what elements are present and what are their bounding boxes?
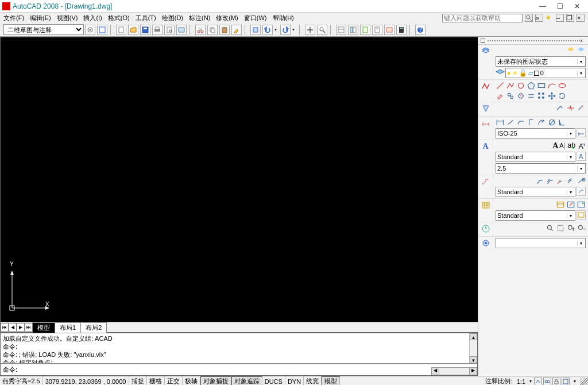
status-btn1-icon[interactable] [534, 378, 542, 386]
ml1-icon[interactable] [535, 176, 544, 186]
nav2-icon[interactable] [556, 224, 565, 233]
chevron-icon[interactable]: » [535, 14, 543, 22]
text-icon[interactable]: A| [559, 141, 565, 151]
copy-obj-icon[interactable] [506, 91, 515, 101]
print-icon[interactable] [152, 25, 163, 35]
layers-panel-icon[interactable] [478, 45, 493, 79]
dim-arc-icon[interactable] [516, 118, 525, 127]
toolpalette-icon[interactable] [97, 25, 107, 35]
undo-dropdown[interactable]: ▾ [274, 27, 279, 32]
nav1-icon[interactable] [546, 224, 555, 233]
open-icon[interactable] [128, 25, 138, 35]
layer-manager-icon[interactable] [496, 68, 505, 78]
navigate-panel-icon[interactable] [478, 222, 493, 236]
markup-icon[interactable] [384, 25, 394, 35]
gear-icon[interactable] [85, 25, 95, 35]
redo-dropdown[interactable]: ▾ [292, 27, 297, 32]
block-editor-icon[interactable] [250, 25, 261, 35]
ml2-icon[interactable] [546, 176, 555, 186]
polygon-icon[interactable] [527, 81, 536, 90]
props-combo[interactable]: ▾ [496, 238, 586, 248]
mode-lwt[interactable]: 线宽 [304, 376, 322, 385]
status-coords[interactable]: 3079.9219, 23.0369 , 0.0000 [43, 376, 129, 385]
annotate-panel-icon[interactable] [478, 102, 493, 116]
circle-icon[interactable] [516, 81, 525, 90]
workspace-combo[interactable]: 二维草图与注释 [3, 24, 84, 35]
props-panel-icon[interactable] [478, 237, 493, 251]
tablestyle-combo[interactable]: Standard▾ [496, 210, 575, 221]
minimize-button[interactable]: — [534, 1, 551, 12]
textheight-combo[interactable]: 2.5▾ [496, 163, 586, 174]
dim-dia-icon[interactable] [547, 118, 556, 127]
dim-ang-icon[interactable] [558, 118, 567, 127]
table-panel-icon[interactable] [478, 199, 493, 222]
dim-ord-icon[interactable] [527, 118, 536, 127]
mode-ortho[interactable]: 正交 [165, 376, 183, 385]
search-icon[interactable] [525, 14, 533, 22]
mleaderstyle-combo[interactable]: Standard▾ [496, 187, 575, 197]
dimstyle-combo[interactable]: ISO-25▾ [496, 128, 575, 138]
mode-snap[interactable]: 捕捉 [129, 376, 147, 385]
palette-close-icon[interactable]: × [580, 38, 586, 44]
ellipse-icon[interactable] [558, 81, 567, 90]
mdi-close-button[interactable]: × [577, 14, 585, 22]
dimstyle-mgr-icon[interactable] [577, 128, 586, 137]
matchprop-icon[interactable] [231, 25, 242, 35]
help-search-input[interactable] [442, 14, 523, 22]
layer-tool1-icon[interactable] [566, 46, 575, 55]
tab-next-button[interactable]: ▶ [17, 323, 25, 332]
ml3-icon[interactable] [556, 176, 565, 186]
mode-model[interactable]: 模型 [322, 376, 340, 385]
pline-icon[interactable] [506, 81, 515, 90]
mode-polar[interactable]: 极轴 [183, 376, 200, 385]
menu-draw[interactable]: 绘图(D) [162, 14, 183, 22]
menu-file[interactable]: 文件(F) [3, 14, 24, 22]
copy-icon[interactable] [207, 25, 218, 35]
sheet-set-icon[interactable] [372, 25, 382, 35]
mdi-minimize-button[interactable]: – [556, 14, 564, 22]
tbl2-icon[interactable] [566, 200, 575, 209]
mtext-icon[interactable]: A [552, 141, 558, 151]
mleader-panel-icon[interactable] [478, 175, 493, 198]
rotate-icon[interactable] [558, 91, 567, 101]
layer-tool2-icon[interactable] [577, 46, 586, 55]
anno-scale-value[interactable]: 1:1 [514, 376, 528, 385]
nav3-icon[interactable]: + [566, 224, 575, 233]
mode-dyn[interactable]: DYN [285, 376, 304, 385]
redo-icon[interactable] [280, 25, 291, 35]
tab-model[interactable]: 模型 [32, 322, 55, 333]
undo-icon[interactable] [262, 25, 273, 35]
line-icon[interactable] [496, 81, 505, 90]
design-center-icon[interactable] [348, 25, 358, 35]
layer-combo[interactable]: ●☀🔓▱0▾ [505, 68, 586, 78]
tab-layout2[interactable]: 布局2 [80, 322, 107, 333]
publish-icon[interactable] [176, 25, 187, 35]
close-button[interactable]: ✕ [568, 1, 586, 12]
mode-ducs[interactable]: DUCS [262, 376, 285, 385]
menu-window[interactable]: 窗口(W) [244, 14, 267, 22]
anno2-icon[interactable] [566, 103, 575, 113]
menu-dimension[interactable]: 标注(N) [189, 14, 210, 22]
offset-icon[interactable] [527, 91, 536, 101]
tab-first-button[interactable]: ⏮ [1, 323, 9, 332]
cmd-hscroll[interactable]: ◀▶ [431, 367, 477, 375]
menu-format[interactable]: 格式(O) [108, 14, 130, 22]
mode-osnap[interactable]: 对象捕捉 [200, 376, 231, 385]
menu-view[interactable]: 视图(V) [57, 14, 78, 22]
tool-palettes-icon[interactable] [360, 25, 370, 35]
mode-grid[interactable]: 栅格 [147, 376, 165, 385]
tab-last-button[interactable]: ⏭ [25, 323, 33, 332]
layer-state-combo[interactable]: 未保存的图层状态▾ [496, 56, 586, 67]
dim-radius-icon[interactable] [537, 118, 546, 127]
tbl3-icon[interactable] [577, 200, 586, 209]
status-tray-chevron[interactable]: ▾ [571, 378, 579, 386]
anno-scale-dropdown[interactable]: ▾ [528, 379, 533, 384]
resize-grip-icon[interactable] [580, 378, 588, 386]
zoom-icon[interactable] [317, 25, 327, 35]
tab-layout1[interactable]: 布局1 [55, 322, 81, 333]
mdi-restore-button[interactable]: ❐ [566, 14, 574, 22]
maximize-button[interactable]: ☐ [551, 1, 568, 12]
command-history[interactable]: 加载自定义文件成功。自定义组: ACAD 命令: 命令: ; 错误: LOAD … [1, 333, 477, 364]
scale-text-icon[interactable]: A [577, 141, 586, 151]
status-lock-icon[interactable] [552, 378, 560, 386]
